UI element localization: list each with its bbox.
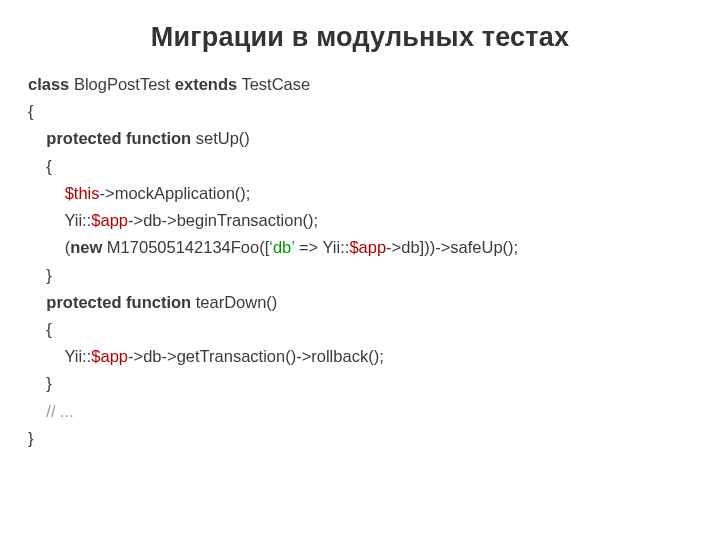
code-line: (new M170505142134Foo([‘db’ => Yii::$app… (28, 234, 692, 261)
code-line: Yii::$app->db->getTransaction()->rollbac… (28, 343, 692, 370)
code-text: M170505142134Foo([ (102, 238, 269, 256)
keyword: class (28, 75, 69, 93)
code-line: protected function tearDown() (28, 289, 692, 316)
slide: Миграции в модульных тестах class BlogPo… (0, 0, 720, 540)
code-text: Yii:: (64, 211, 91, 229)
base-class: TestCase (237, 75, 310, 93)
code-text: ->db->getTransaction()->rollback(); (128, 347, 384, 365)
code-block: class BlogPostTest extends TestCase { pr… (28, 71, 692, 452)
brace: } (46, 374, 52, 392)
code-line: protected function setUp() (28, 125, 692, 152)
code-text: ->db]))->safeUp(); (386, 238, 518, 256)
code-line: { (28, 316, 692, 343)
code-text: ->db->beginTransaction(); (128, 211, 318, 229)
code-line: Yii::$app->db->beginTransaction(); (28, 207, 692, 234)
variable: $app (91, 211, 128, 229)
keyword: new (70, 238, 102, 256)
code-line: { (28, 153, 692, 180)
brace: { (46, 320, 52, 338)
code-text: Yii:: (64, 347, 91, 365)
code-line: // ... (28, 398, 692, 425)
slide-title: Миграции в модульных тестах (28, 22, 692, 53)
code-line: { (28, 98, 692, 125)
method-name: tearDown() (191, 293, 277, 311)
keyword: protected function (46, 293, 191, 311)
code-line: class BlogPostTest extends TestCase (28, 71, 692, 98)
code-line: $this->mockApplication(); (28, 180, 692, 207)
code-line: } (28, 370, 692, 397)
method-name: setUp() (191, 129, 250, 147)
variable: $this (65, 184, 100, 202)
class-name: BlogPostTest (69, 75, 174, 93)
variable: $app (91, 347, 128, 365)
brace: } (46, 266, 52, 284)
comment: // ... (46, 402, 74, 420)
code-text: ->mockApplication(); (100, 184, 251, 202)
keyword: extends (175, 75, 237, 93)
code-text: => Yii:: (294, 238, 349, 256)
variable: $app (349, 238, 386, 256)
brace: { (46, 157, 52, 175)
code-line: } (28, 262, 692, 289)
code-line: } (28, 425, 692, 452)
string-literal: ‘db’ (269, 238, 294, 256)
keyword: protected function (46, 129, 191, 147)
